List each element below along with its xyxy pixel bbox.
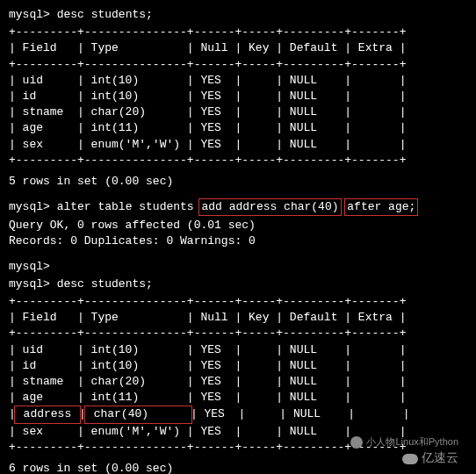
highlight-address-type: char(40) bbox=[84, 406, 192, 423]
query-ok: Query OK, 0 rows affected (0.01 sec) bbox=[9, 218, 467, 233]
command-line-2: mysql> alter table students add address … bbox=[9, 198, 467, 216]
table-border: +---------+---------------+------+-----+… bbox=[9, 153, 467, 169]
table-row: | sex | enum('M','W') | YES | | NULL | | bbox=[9, 137, 467, 153]
highlight-after-age: after age; bbox=[344, 198, 418, 216]
table-row: | id | int(10) | YES | | NULL | | bbox=[9, 89, 467, 104]
terminal-output: mysql> desc students; +---------+-------… bbox=[9, 7, 467, 474]
table-header: | Field | Type | Null | Key | Default | … bbox=[9, 40, 467, 56]
table-row: | age | int(11) | YES | | NULL | | bbox=[9, 390, 467, 406]
table-border: +---------+---------------+------+-----+… bbox=[9, 25, 467, 40]
prompt: mysql> bbox=[9, 260, 50, 273]
table-row: | stname | char(20) | YES | | NULL | | bbox=[9, 104, 467, 120]
command-text: desc students; bbox=[57, 8, 153, 21]
watermark-brand: 亿速云 bbox=[402, 449, 458, 467]
table-row: | age | int(11) | YES | | NULL | | bbox=[9, 120, 467, 136]
table-row-highlighted: | address | char(40) | YES | | NULL | | bbox=[9, 406, 467, 423]
empty-prompt: mysql> bbox=[9, 259, 467, 275]
wechat-icon bbox=[350, 436, 363, 449]
highlight-address-field: address bbox=[14, 406, 81, 423]
prompt: mysql> bbox=[9, 200, 50, 213]
table-row: | stname | char(20) | YES | | NULL | | bbox=[9, 374, 467, 390]
table-header: | Field | Type | Null | Key | Default | … bbox=[9, 310, 467, 326]
command-line-3: mysql> desc students; bbox=[9, 276, 467, 292]
cloud-icon bbox=[402, 454, 418, 464]
command-line-1: mysql> desc students; bbox=[9, 7, 467, 23]
table-border: +---------+---------------+------+-----+… bbox=[9, 326, 467, 341]
prompt: mysql> bbox=[9, 8, 50, 21]
records-line: Records: 0 Duplicates: 0 Warnings: 0 bbox=[9, 233, 467, 249]
table-row: | id | int(10) | YES | | NULL | | bbox=[9, 358, 467, 374]
table-border: +---------+---------------+------+-----+… bbox=[9, 294, 467, 310]
table-border: +---------+---------------+------+-----+… bbox=[9, 57, 467, 73]
table-row: | uid | int(10) | YES | | NULL | | bbox=[9, 342, 467, 358]
command-text: desc students; bbox=[57, 277, 153, 291]
result-summary: 6 rows in set (0.00 sec) bbox=[9, 461, 467, 474]
result-summary: 5 rows in set (0.00 sec) bbox=[9, 174, 467, 190]
watermark-wechat: 小人物Linux和Python bbox=[350, 435, 458, 449]
highlight-add-column: add address char(40) bbox=[198, 198, 341, 216]
prompt: mysql> bbox=[9, 277, 50, 291]
table-row: | uid | int(10) | YES | | NULL | | bbox=[9, 73, 467, 89]
command-text-pre: alter table students bbox=[57, 200, 194, 213]
